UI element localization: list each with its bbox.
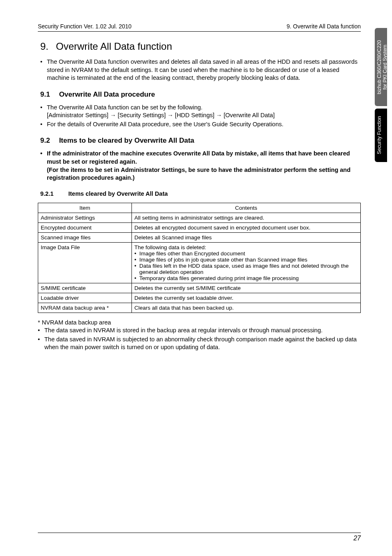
document-page: Security Function Ver. 1.02 Jul. 2010 9.… — [0, 0, 392, 556]
table-cell-item: Loadable driver — [38, 293, 132, 303]
table-header-row: Item Contents — [38, 203, 361, 213]
subsubsection-9-2-1-num: 9.2.1 — [40, 190, 53, 197]
footnote-lead: * NVRAM data backup area — [38, 319, 361, 327]
intro-list: The Overwrite All Data function overwrit… — [40, 58, 361, 82]
table-cell-item: Scanned image files — [38, 232, 132, 242]
table-cell-contents: Deletes the currently set S/MIME certifi… — [132, 283, 361, 293]
subsubsection-9-2-1: 9.2.1Items cleared by Overwrite All Data — [40, 190, 361, 197]
footnote-section: * NVRAM data backup area The data saved … — [38, 319, 361, 352]
table-head-contents: Contents — [132, 203, 361, 213]
section-title: 9.Overwrite All Data function — [40, 41, 361, 52]
table-row: Encrypted document Deletes all encrypted… — [38, 222, 361, 232]
table-cell-item: S/MIME certificate — [38, 283, 132, 293]
header-left: Security Function Ver. 1.02 Jul. 2010 — [38, 23, 131, 30]
table-row: Administrator Settings All setting items… — [38, 213, 361, 222]
table-head-item: Item — [38, 203, 132, 213]
subsection-9-1-num: 9.1 — [40, 90, 50, 99]
side-tab-security: Security Function — [375, 109, 387, 162]
subsection-9-2-num: 9.2 — [40, 137, 50, 145]
table-cell-contents: The following data is deleted: Image fil… — [132, 242, 361, 283]
subsection-9-2: 9.2Items to be cleared by Overwrite All … — [40, 137, 361, 145]
footnote-b2: The data saved in NVRAM is subjected to … — [38, 336, 361, 352]
items-table: Item Contents Administrator Settings All… — [38, 203, 361, 313]
table-cell-contents: Clears all data that has been backed up. — [132, 303, 361, 313]
table-cell-item: Administrator Settings — [38, 213, 132, 222]
s91-b1-line1: The Overwrite All Data function can be s… — [47, 104, 203, 111]
table-row: Image Data File The following data is de… — [38, 242, 361, 283]
subsection-9-2-title: Items to be cleared by Overwrite All Dat… — [59, 137, 194, 144]
s91-b1-line2: [Administrator Settings] → [Security Set… — [47, 112, 274, 118]
side-tab-model: bizhub C360/C280/C220 for PKI Card Syste… — [375, 28, 387, 106]
table-cell-item: Encrypted document — [38, 222, 132, 232]
subsubsection-9-2-1-title: Items cleared by Overwrite All Data — [68, 190, 168, 197]
table-row: Loadable driver Deletes the currently se… — [38, 293, 361, 303]
table-cell-bullet: Data files left in the HDD data space, u… — [134, 263, 358, 275]
table-row: Scanned image files Deletes all Scanned … — [38, 232, 361, 242]
section-number: 9. — [40, 41, 48, 52]
s91-b2: For the details of Overwrite All Data pr… — [40, 120, 361, 129]
table-row: S/MIME certificate Deletes the currently… — [38, 283, 361, 293]
subsection-9-1-title: Overwrite All Data procedure — [59, 90, 155, 98]
table-cell-contents: Deletes all encrypted document saved in … — [132, 222, 361, 232]
table-cell-bullet: Image files other than Encrypted documen… — [134, 250, 358, 257]
table-cell-contents: All setting items in administrator setti… — [132, 213, 361, 222]
header-right: 9. Overwrite All Data function — [286, 23, 361, 30]
table-cell-lead: The following data is deleted: — [134, 244, 358, 250]
footnote-b1: The data saved in NVRAM is stored in the… — [38, 327, 361, 335]
intro-bullet: The Overwrite All Data function overwrit… — [40, 58, 361, 82]
table-cell-item: NVRAM data backup area * — [38, 303, 132, 313]
page-number: 27 — [38, 533, 361, 542]
s91-b1: The Overwrite All Data function can be s… — [40, 104, 361, 120]
table-cell-contents: Deletes the currently set loadable drive… — [132, 293, 361, 303]
page-header: Security Function Ver. 1.02 Jul. 2010 9.… — [38, 23, 361, 32]
table-cell-contents: Deletes all Scanned image files — [132, 232, 361, 242]
s92-note-list: If the administrator of the machine exec… — [40, 150, 361, 182]
table-cell-bullets: Image files other than Encrypted documen… — [134, 250, 358, 281]
section-title-text: Overwrite All Data function — [56, 41, 172, 52]
table-cell-item: Image Data File — [38, 242, 132, 283]
side-tabs: bizhub C360/C280/C220 for PKI Card Syste… — [375, 28, 387, 162]
table-cell-bullet: Temporary data files generated during pr… — [134, 275, 358, 281]
table-row: NVRAM data backup area * Clears all data… — [38, 303, 361, 313]
s92-note: If the administrator of the machine exec… — [40, 150, 361, 182]
table-cell-bullet: Image files of jobs in job queue state o… — [134, 257, 358, 263]
footnote-list: The data saved in NVRAM is stored in the… — [38, 327, 361, 352]
s91-list: The Overwrite All Data function can be s… — [40, 104, 361, 129]
subsection-9-1: 9.1Overwrite All Data procedure — [40, 90, 361, 99]
